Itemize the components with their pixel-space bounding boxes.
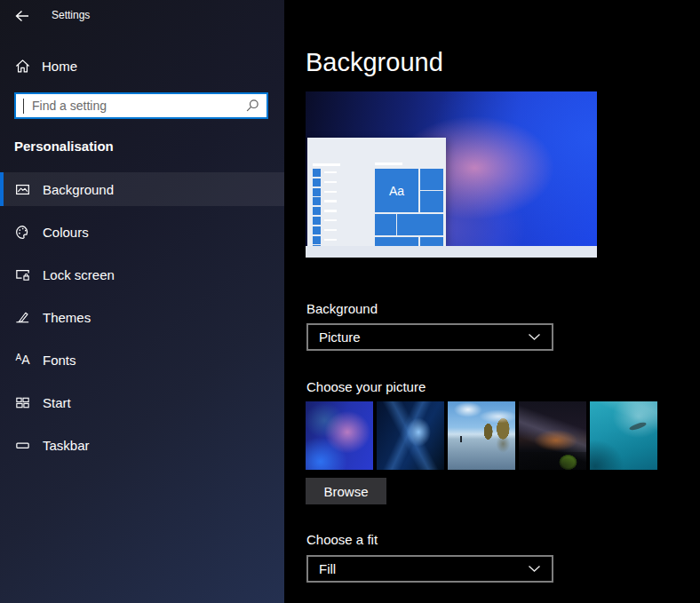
preview-tile	[397, 214, 443, 235]
image-icon	[14, 181, 31, 198]
preview-tile	[420, 191, 443, 212]
preview-tile	[375, 237, 418, 246]
fit-dropdown[interactable]: Fill	[306, 555, 553, 583]
section-header-personalisation: Personalisation	[14, 139, 114, 154]
browse-button[interactable]: Browse	[306, 478, 386, 504]
sidebar-item-lock-screen[interactable]: Lock screen	[0, 258, 284, 291]
sidebar-item-background[interactable]: Background	[0, 172, 284, 206]
start-icon	[14, 394, 31, 411]
sidebar-item-taskbar[interactable]: Taskbar	[0, 428, 284, 462]
background-type-dropdown[interactable]: Picture	[306, 323, 553, 351]
preview-aa-tile: Aa	[375, 169, 418, 212]
taskbar-icon	[14, 437, 31, 454]
sidebar-item-label: Home	[42, 59, 77, 74]
lock-screen-icon	[14, 266, 31, 283]
preview-tile	[420, 169, 443, 190]
wallpaper-thumbnail-night-sky[interactable]	[519, 401, 586, 470]
sidebar-item-label: Themes	[43, 310, 91, 325]
preview-tile	[420, 237, 443, 246]
wallpaper-thumbnail-underwater[interactable]	[590, 401, 657, 470]
preview-settings-window: Aa	[307, 138, 446, 246]
background-type-value: Picture	[319, 329, 361, 345]
sidebar-nav: Background Colours Lock screen Themes	[0, 172, 284, 471]
desktop-preview-image: Aa	[306, 91, 597, 258]
preview-sidebar-text-lines	[324, 171, 337, 246]
preview-tiles-heading-line	[375, 163, 402, 165]
chevron-down-icon	[528, 333, 541, 341]
preview-sidebar-icons	[313, 169, 321, 246]
preview-taskbar	[306, 246, 597, 258]
themes-icon	[14, 309, 31, 326]
sidebar-item-label: Colours	[43, 225, 89, 240]
sidebar-item-colours[interactable]: Colours	[0, 215, 284, 249]
settings-window: Settings Home Personalisation Background	[0, 0, 700, 603]
sidebar-item-home[interactable]: Home	[0, 52, 284, 80]
sidebar-item-fonts[interactable]: AA Fonts	[0, 343, 284, 377]
choose-picture-label: Choose your picture	[306, 379, 426, 394]
search-box	[14, 92, 268, 119]
preview-sidebar-heading-line	[313, 163, 340, 166]
main-panel: Background Aa Background	[284, 0, 700, 603]
wallpaper-thumbnail-beach[interactable]	[448, 401, 515, 470]
palette-icon	[14, 224, 31, 241]
page-title: Background	[306, 48, 443, 77]
preview-tile-group: Aa	[375, 169, 443, 246]
background-field-label: Background	[306, 301, 378, 316]
search-input[interactable]	[24, 94, 242, 117]
chevron-down-icon	[528, 565, 541, 573]
sidebar-item-start[interactable]: Start	[0, 385, 284, 419]
sidebar-item-label: Lock screen	[43, 267, 115, 282]
sidebar-item-label: Fonts	[43, 353, 76, 368]
preview-tile-grid	[375, 214, 396, 235]
choose-fit-label: Choose a fit	[306, 532, 378, 547]
fit-value: Fill	[319, 561, 336, 576]
back-arrow-icon	[14, 9, 30, 23]
wallpaper-thumbnail-windows-hero[interactable]	[377, 401, 444, 470]
sidebar-item-label: Background	[43, 182, 114, 197]
search-icon[interactable]	[242, 99, 263, 113]
sidebar-item-themes[interactable]: Themes	[0, 300, 284, 334]
sidebar: Settings Home Personalisation Background	[0, 0, 284, 603]
picture-thumbnails	[306, 401, 657, 470]
app-title: Settings	[52, 9, 90, 21]
sidebar-item-label: Start	[43, 395, 71, 410]
home-icon	[14, 58, 31, 75]
wallpaper-thumbnail-abstract[interactable]	[306, 401, 373, 470]
back-button[interactable]	[11, 5, 34, 27]
sidebar-item-label: Taskbar	[43, 438, 90, 453]
fonts-icon: AA	[14, 352, 31, 369]
